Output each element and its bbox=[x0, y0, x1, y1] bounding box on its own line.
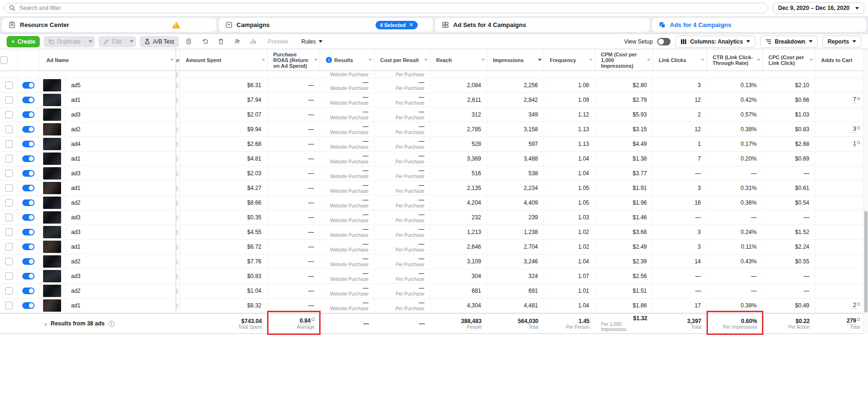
ad-thumbnail[interactable] bbox=[43, 138, 61, 150]
adds-to-cart-link[interactable]: 1 bbox=[853, 141, 856, 147]
column-header-results[interactable]: iResults bbox=[320, 49, 375, 71]
ad-status-toggle[interactable] bbox=[22, 288, 35, 294]
create-button[interactable]: + Create bbox=[7, 36, 40, 47]
column-header-ad-name[interactable]: Ad Name bbox=[39, 49, 176, 71]
add-person-icon[interactable] bbox=[231, 36, 243, 47]
chart-icon[interactable] bbox=[247, 36, 260, 47]
row-checkbox[interactable] bbox=[5, 287, 13, 295]
ad-name-link[interactable]: ad1 bbox=[71, 155, 170, 162]
ad-name-link[interactable]: ad3 bbox=[71, 214, 170, 221]
adds-to-cart-link[interactable]: 7 bbox=[853, 97, 856, 103]
ad-name-link[interactable]: ad3 bbox=[71, 111, 170, 118]
ad-name-link[interactable]: ad3 bbox=[71, 229, 170, 235]
row-checkbox[interactable] bbox=[5, 272, 13, 280]
row-checkbox[interactable] bbox=[5, 228, 13, 236]
edit-button[interactable]: Edit bbox=[98, 36, 126, 47]
ad-name-link[interactable]: ad2 bbox=[71, 288, 170, 294]
ad-status-toggle[interactable] bbox=[22, 126, 35, 133]
tab-ad-sets[interactable]: Ad Sets for 4 Campaigns bbox=[435, 18, 650, 32]
ad-thumbnail[interactable] bbox=[43, 299, 61, 312]
ad-thumbnail[interactable] bbox=[43, 182, 61, 194]
row-checkbox[interactable] bbox=[5, 243, 13, 251]
ad-status-toggle[interactable] bbox=[22, 214, 35, 221]
ad-status-toggle[interactable] bbox=[22, 111, 35, 118]
row-checkbox[interactable] bbox=[5, 111, 13, 118]
row-checkbox[interactable] bbox=[5, 184, 13, 192]
row-checkbox[interactable] bbox=[5, 81, 13, 89]
column-header-reach[interactable]: Reach bbox=[430, 49, 487, 71]
columns-button[interactable]: Columns: Analytics bbox=[675, 36, 755, 48]
ad-name-link[interactable]: ad1 bbox=[71, 302, 170, 309]
ad-status-toggle[interactable] bbox=[22, 155, 35, 162]
ad-status-toggle[interactable] bbox=[22, 82, 35, 89]
row-checkbox[interactable] bbox=[5, 140, 13, 148]
tab-campaigns[interactable]: Campaigns 4 Selected ✕ bbox=[219, 18, 433, 32]
ad-name-link[interactable]: ad1 bbox=[71, 97, 170, 103]
ad-name-link[interactable]: ad4 bbox=[71, 141, 170, 147]
column-header-amount-spent[interactable]: Amount Spent bbox=[180, 49, 268, 71]
ad-thumbnail[interactable] bbox=[43, 211, 61, 224]
column-header-adds-to-cart[interactable]: Adds to Cart bbox=[815, 49, 863, 71]
ad-status-toggle[interactable] bbox=[22, 273, 35, 279]
ad-status-toggle[interactable] bbox=[22, 302, 35, 309]
row-checkbox[interactable] bbox=[5, 126, 13, 133]
ad-status-toggle[interactable] bbox=[22, 243, 35, 250]
ad-name-link[interactable]: ad1 bbox=[71, 243, 170, 250]
clear-selection-icon[interactable]: ✕ bbox=[409, 22, 413, 27]
column-header-impressions[interactable]: Impressions bbox=[487, 49, 544, 71]
column-header-ctr[interactable]: CTR (Link Click-Through Rate) bbox=[707, 49, 763, 71]
adds-total-value[interactable]: 279 bbox=[847, 317, 856, 324]
row-checkbox[interactable] bbox=[5, 214, 13, 221]
ad-thumbnail[interactable] bbox=[43, 167, 61, 180]
vertical-scrollbar[interactable] bbox=[863, 49, 868, 334]
roas-average-value[interactable]: 0.84 bbox=[300, 317, 311, 324]
ad-thumbnail[interactable] bbox=[43, 79, 61, 91]
column-header-purchase-roas[interactable]: Purchase ROAS (Return on Ad Spend) bbox=[268, 49, 320, 71]
row-checkbox[interactable] bbox=[5, 96, 13, 104]
rules-button[interactable]: Rules bbox=[296, 36, 327, 47]
ad-status-toggle[interactable] bbox=[22, 97, 35, 103]
adds-to-cart-link[interactable]: 2 bbox=[853, 302, 856, 309]
column-header-frequency[interactable]: Frequency bbox=[544, 49, 595, 71]
ad-thumbnail[interactable] bbox=[43, 197, 61, 209]
ad-thumbnail[interactable] bbox=[43, 255, 61, 268]
ad-thumbnail[interactable] bbox=[43, 270, 61, 282]
column-header-cost-per-result[interactable]: Cost per Result bbox=[375, 49, 430, 71]
ad-name-link[interactable]: ad3 bbox=[71, 273, 170, 279]
reports-button[interactable]: Reports bbox=[823, 36, 861, 48]
view-setup-toggle[interactable] bbox=[657, 38, 671, 45]
preview-button[interactable]: Preview bbox=[263, 36, 293, 47]
column-header-link-clicks[interactable]: Link Clicks bbox=[653, 49, 707, 71]
ad-status-toggle[interactable] bbox=[22, 170, 35, 177]
column-header-cpm[interactable]: CPM (Cost per 1,000 Impressions) bbox=[595, 49, 653, 71]
ad-status-toggle[interactable] bbox=[22, 229, 35, 235]
edit-menu-button[interactable] bbox=[126, 36, 136, 47]
ad-name-link[interactable]: ad5 bbox=[71, 82, 170, 89]
adds-to-cart-link[interactable]: 3 bbox=[853, 126, 856, 133]
ad-status-toggle[interactable] bbox=[22, 258, 35, 265]
search-filter-box[interactable] bbox=[4, 3, 768, 13]
column-header-cpc[interactable]: CPC (Cost per Link Click) bbox=[763, 49, 815, 71]
ad-thumbnail[interactable] bbox=[43, 94, 61, 106]
row-checkbox[interactable] bbox=[5, 199, 13, 207]
row-checkbox[interactable] bbox=[5, 258, 13, 265]
ad-thumbnail[interactable] bbox=[43, 241, 61, 253]
duplicate-menu-button[interactable] bbox=[85, 36, 95, 47]
tab-ads[interactable]: Ads for 4 Campaigns bbox=[652, 18, 867, 32]
ad-name-link[interactable]: ad2 bbox=[71, 126, 170, 133]
ad-name-link[interactable]: ad3 bbox=[71, 170, 170, 177]
expand-chevron-icon[interactable]: › bbox=[45, 320, 47, 327]
date-range-picker[interactable]: Dec 9, 2020 – Dec 16, 2020 bbox=[773, 2, 864, 14]
selected-count-badge[interactable]: 4 Selected ✕ bbox=[376, 21, 418, 29]
ad-thumbnail[interactable] bbox=[43, 108, 61, 121]
duplicate-button[interactable]: Duplicate bbox=[44, 36, 85, 47]
ad-thumbnail[interactable] bbox=[43, 153, 61, 165]
breakdown-button[interactable]: Breakdown bbox=[760, 36, 818, 48]
ad-status-toggle[interactable] bbox=[22, 141, 35, 147]
ad-thumbnail[interactable] bbox=[43, 285, 61, 297]
tab-resource-center[interactable]: Resource Center bbox=[2, 18, 216, 32]
search-input[interactable] bbox=[19, 5, 763, 11]
undo-icon[interactable] bbox=[199, 36, 211, 47]
pin-icon[interactable] bbox=[183, 36, 195, 47]
ad-status-toggle[interactable] bbox=[22, 185, 35, 191]
